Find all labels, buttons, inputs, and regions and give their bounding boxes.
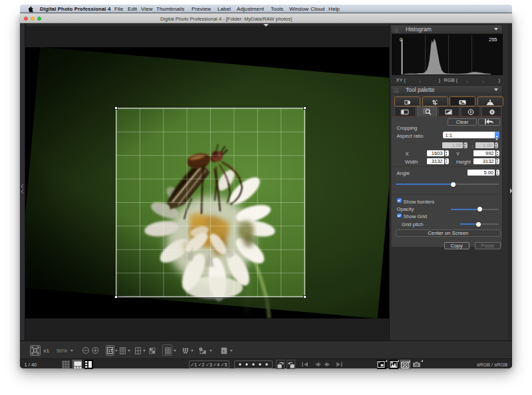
svg-text:1: 1 (108, 348, 110, 352)
svg-text:i: i (223, 348, 224, 353)
svg-text:255: 255 (489, 37, 497, 43)
